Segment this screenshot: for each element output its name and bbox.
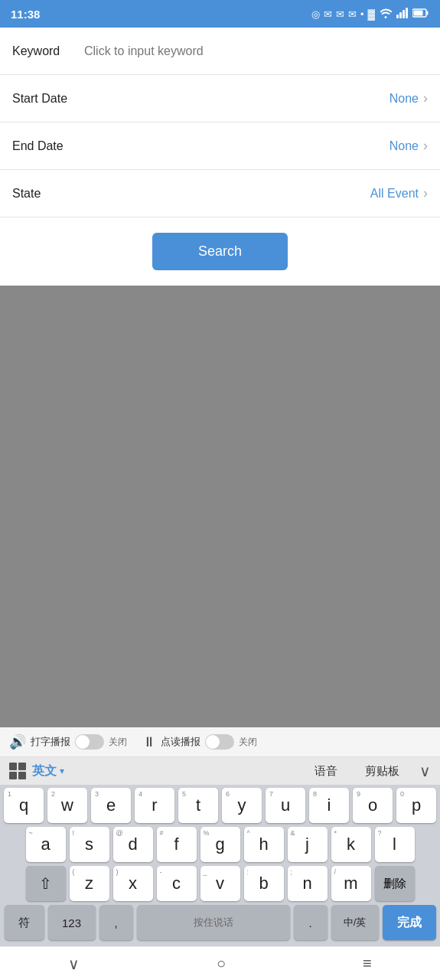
start-date-row[interactable]: Start Date None ›: [0, 75, 440, 122]
voice-toolbar-button[interactable]: 语音: [301, 764, 351, 779]
menu-nav-icon[interactable]: ≡: [363, 955, 372, 972]
key-w[interactable]: 2w: [47, 788, 87, 823]
status-bar: 11:38 ◎ ✉ ✉ ✉ • ▓: [0, 0, 440, 28]
end-date-chevron-icon: ›: [423, 138, 428, 154]
key-c[interactable]: -c: [157, 866, 197, 901]
state-value[interactable]: All Event ›: [81, 185, 428, 201]
symbols-key[interactable]: 符: [5, 905, 44, 940]
lang-selector[interactable]: 英文: [32, 763, 57, 779]
svg-rect-5: [427, 11, 429, 15]
svg-rect-6: [414, 10, 423, 15]
key-i[interactable]: 8i: [309, 788, 349, 823]
keyboard-toolbar: 英文 ▾ 语音 剪贴板 ∨: [0, 757, 440, 785]
reading-icon: ⏸: [142, 734, 156, 750]
svg-rect-2: [403, 10, 405, 18]
signal-icon: [396, 8, 409, 21]
typing-label: 打字播报: [31, 735, 70, 749]
state-row[interactable]: State All Event ›: [0, 170, 440, 217]
delete-key[interactable]: 删除: [375, 866, 415, 901]
start-date-label: Start Date: [12, 92, 81, 106]
keyboard-container: 🔊 打字播报 关闭 ⏸ 点读播报 关闭 英文 ▾ 语音 剪贴板 ∨ 1q 2w …: [0, 727, 440, 946]
space-key[interactable]: 按住说话: [137, 905, 290, 940]
svg-rect-1: [399, 12, 402, 18]
state-label: State: [12, 187, 81, 201]
key-a[interactable]: ~a: [26, 827, 66, 862]
key-e[interactable]: 3e: [91, 788, 131, 823]
key-row-bottom: 符 123 , 按住说话 . 中/英 完成: [2, 905, 438, 940]
key-n[interactable]: ;n: [288, 866, 328, 901]
key-o[interactable]: 9o: [353, 788, 393, 823]
key-s[interactable]: !s: [70, 827, 109, 862]
lang-arrow-icon: ▾: [60, 766, 64, 776]
key-h[interactable]: ^h: [244, 827, 284, 862]
key-b[interactable]: :b: [244, 866, 284, 901]
key-x[interactable]: )x: [113, 866, 153, 901]
key-m[interactable]: /m: [331, 866, 371, 901]
key-r[interactable]: 4r: [135, 788, 174, 823]
status-icons: ◎ ✉ ✉ ✉ • ▓: [311, 8, 429, 21]
content-area: [0, 286, 440, 727]
mail-icon-1: ✉: [324, 8, 332, 20]
search-button-area: Search: [0, 217, 440, 286]
key-y[interactable]: 6y: [222, 788, 262, 823]
start-date-value[interactable]: None ›: [81, 90, 428, 106]
keyword-row[interactable]: Keyword: [0, 28, 440, 75]
typing-off-label: 关闭: [109, 736, 127, 749]
svg-rect-3: [406, 8, 408, 18]
reading-label: 点读播报: [161, 735, 200, 749]
typing-icon: 🔊: [9, 733, 26, 750]
location-icon: ◎: [311, 8, 320, 20]
reading-off-label: 关闭: [239, 736, 257, 749]
lang-switch-key[interactable]: 中/英: [331, 905, 379, 940]
key-v[interactable]: _v: [200, 866, 240, 901]
mail-icon-2: ✉: [336, 8, 344, 20]
clipboard-toolbar-button[interactable]: 剪贴板: [351, 764, 413, 779]
key-row-2: ~a !s @d #f %g ^h &j *k ?l: [2, 827, 438, 862]
mail-icon-3: ✉: [348, 8, 357, 20]
key-u[interactable]: 7u: [266, 788, 305, 823]
home-nav-icon[interactable]: ○: [217, 955, 226, 972]
key-d[interactable]: @d: [113, 827, 153, 862]
nav-bar: ∨ ○ ≡: [0, 946, 440, 980]
keyword-label: Keyword: [12, 44, 81, 58]
done-key[interactable]: 完成: [383, 905, 436, 940]
key-z[interactable]: (z: [70, 866, 109, 901]
key-t[interactable]: 5t: [178, 788, 218, 823]
grid-icon[interactable]: [9, 763, 26, 779]
collapse-icon[interactable]: ∨: [419, 762, 431, 780]
end-date-value[interactable]: None ›: [81, 138, 428, 154]
svg-rect-0: [396, 15, 399, 18]
comma-key[interactable]: ,: [99, 905, 133, 940]
period-key[interactable]: .: [294, 905, 328, 940]
signal-bars-icon: ▓: [368, 8, 375, 20]
wifi-icon: [379, 8, 393, 21]
key-l[interactable]: ?l: [375, 827, 415, 862]
shift-key[interactable]: ⇧: [26, 866, 66, 901]
form-area: Keyword Start Date None › End Date None …: [0, 28, 440, 217]
key-q[interactable]: 1q: [4, 788, 44, 823]
keyboard-toggles-row: 🔊 打字播报 关闭 ⏸ 点读播报 关闭: [0, 727, 440, 757]
dot-icon: •: [360, 8, 364, 20]
typing-toggle-switch[interactable]: [75, 734, 104, 750]
number-key[interactable]: 123: [48, 905, 96, 940]
key-row-1: 1q 2w 3e 4r 5t 6y 7u 8i 9o 0p: [2, 788, 438, 823]
key-p[interactable]: 0p: [396, 788, 436, 823]
end-date-row[interactable]: End Date None ›: [0, 122, 440, 170]
status-time: 11:38: [11, 8, 40, 21]
reading-toggle-group: ⏸ 点读播报 关闭: [142, 734, 257, 750]
typing-toggle-group: 🔊 打字播报 关闭: [9, 733, 127, 750]
battery-icon: [412, 8, 429, 20]
back-nav-icon[interactable]: ∨: [68, 955, 80, 973]
key-j[interactable]: &j: [288, 827, 328, 862]
key-k[interactable]: *k: [331, 827, 371, 862]
search-button[interactable]: Search: [152, 233, 288, 270]
start-date-chevron-icon: ›: [423, 90, 428, 106]
key-rows: 1q 2w 3e 4r 5t 6y 7u 8i 9o 0p ~a !s @d #…: [0, 785, 440, 946]
keyword-input[interactable]: [81, 44, 428, 58]
reading-toggle-switch[interactable]: [205, 734, 234, 750]
key-f[interactable]: #f: [157, 827, 197, 862]
key-g[interactable]: %g: [200, 827, 240, 862]
key-row-3: ⇧ (z )x -c _v :b ;n /m 删除: [2, 866, 438, 901]
end-date-label: End Date: [12, 139, 81, 153]
state-chevron-icon: ›: [423, 185, 428, 201]
